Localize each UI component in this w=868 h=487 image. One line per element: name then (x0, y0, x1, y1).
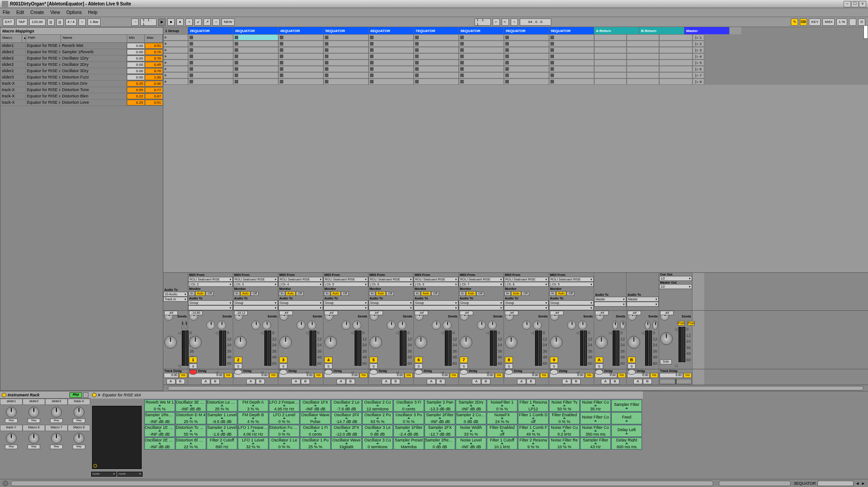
track-header[interactable]: 8EQUATOR (459, 27, 504, 34)
parameter-cell[interactable]: Oscillator 1FX -INF dB dB (300, 400, 331, 412)
macro-tab-3[interactable]: slider3 (45, 399, 68, 405)
track-header[interactable]: 3EQUATOR (233, 27, 278, 34)
send-b-knob[interactable] (443, 321, 452, 330)
pan-knob[interactable] (460, 336, 472, 349)
parameter-cell[interactable]: LFO 2 Level 0 % % (269, 412, 300, 424)
clip-slot[interactable] (504, 47, 549, 53)
parameter-cell[interactable]: Oscillator 3 Co 0 semitone (362, 437, 393, 450)
clip-slot[interactable] (233, 47, 278, 53)
clip-slot[interactable] (233, 72, 278, 78)
macro-row[interactable]: slider2Equator for RISE x64Oscillator 1D… (0, 55, 163, 62)
d-button[interactable]: D (858, 18, 865, 26)
parameter-cell[interactable]: Noise Filter Cu 8.2 kHz (549, 425, 580, 437)
parameter-cell[interactable]: Distortion Le M 425 % % (207, 400, 237, 412)
volume-fader[interactable] (490, 331, 493, 366)
device-power-icon[interactable] (92, 393, 97, 397)
play-icon[interactable] (98, 394, 101, 396)
menu-view[interactable]: View (50, 10, 60, 15)
parameter-cell[interactable]: NoiseFX 24 % % (487, 412, 517, 424)
clip-slot[interactable] (233, 34, 278, 41)
clip-slot[interactable] (278, 60, 323, 66)
volume-fader[interactable] (645, 331, 648, 366)
clip-slot[interactable] (459, 60, 504, 66)
clip-slot[interactable] (414, 60, 459, 66)
macro-tab-4[interactable]: track-X (68, 399, 90, 405)
parameter-cell[interactable]: Oscillator 3 Le 0 dB dB (362, 425, 393, 437)
clip-slot[interactable] (188, 66, 233, 72)
parameter-cell[interactable]: Oscillator 3E M 2-INF dB dB (175, 400, 206, 412)
clip-slot[interactable] (188, 72, 233, 78)
send-b-knob[interactable] (307, 321, 316, 330)
clip-slot[interactable] (414, 66, 459, 72)
parameter-cell[interactable]: Filter Enabled 0 % % (549, 412, 580, 424)
macro-tab-8[interactable]: Macro 8 (68, 425, 90, 431)
clip-slot[interactable] (163, 53, 188, 60)
col-path[interactable]: Path (26, 35, 61, 42)
macro-knob-3[interactable] (51, 407, 62, 418)
clip-slot[interactable] (278, 34, 323, 41)
clip-slot[interactable] (323, 53, 369, 60)
record-button[interactable]: ● (176, 18, 184, 26)
midi-button[interactable]: MIDI (822, 18, 835, 26)
macro-row[interactable]: slider1Equator for RISE x64Reverb Wet0.0… (0, 43, 163, 49)
clip-slot[interactable] (549, 53, 594, 60)
macro-knob-1[interactable] (6, 407, 17, 418)
parameter-cell[interactable]: Sampler 2FX -12.7 dB dB (425, 425, 455, 437)
nudge-up[interactable]: ||| (56, 18, 64, 26)
clip-slot[interactable] (459, 53, 504, 60)
parameter-cell[interactable]: Sampler 2 Pan -13.3 dB dB (425, 400, 455, 412)
menu-create[interactable]: Create (30, 10, 44, 15)
clip-slot[interactable] (414, 34, 459, 41)
parameter-cell[interactable]: Sampler 1Filter -2.4 dB dB (393, 425, 424, 437)
clip-slot[interactable] (549, 72, 594, 78)
parameter-cell[interactable]: Filter 1 Comb F 49 % % (518, 425, 549, 437)
send-a-knob[interactable] (477, 321, 486, 330)
clip-slot[interactable] (549, 60, 594, 66)
clip-slot[interactable] (233, 41, 278, 47)
clip-slot[interactable] (163, 66, 188, 72)
nudge-down[interactable]: ||| (47, 18, 55, 26)
parameter-cell[interactable]: Noise Filter Co 350 ms ms (580, 425, 611, 437)
scene-launch[interactable]: ▷5 (693, 60, 704, 66)
send-b-knob[interactable] (620, 321, 626, 330)
new-button[interactable]: NEW (222, 18, 235, 26)
io-toggle[interactable] (863, 25, 868, 39)
rack-save-button[interactable] (83, 392, 88, 398)
parameter-cell[interactable]: Sampler Preset Marimba (393, 437, 424, 450)
macro-knob-8[interactable] (74, 433, 84, 444)
parameter-cell[interactable]: LFO 1 Level 32 % % (238, 437, 268, 450)
parameter-cell[interactable]: Filter 2 Cutoff 890 Hz (207, 437, 237, 450)
maximize-button[interactable]: ☐ (851, 1, 859, 7)
menu-file[interactable]: File (3, 10, 10, 15)
send-b-knob[interactable] (488, 321, 497, 330)
parameter-cell[interactable]: FM Depth B 4 % % (238, 412, 268, 424)
clip-slot[interactable] (504, 72, 549, 78)
parameter-cell[interactable]: NoiseFilter 1 0 % % (487, 400, 517, 412)
volume-fader[interactable] (613, 331, 616, 366)
overdub-button[interactable]: + (185, 18, 193, 26)
clip-slot[interactable] (188, 47, 233, 53)
clip-slot[interactable] (369, 41, 414, 47)
parameter-cell[interactable]: Oscillator 1E M 2-INF dB dB (144, 425, 175, 437)
clip-slot[interactable] (188, 41, 233, 47)
pan-knob[interactable] (595, 336, 608, 349)
parameter-cell[interactable]: Oscillator 1 Le 0 % % (269, 437, 300, 450)
pan-knob[interactable] (324, 336, 337, 349)
volume-fader[interactable] (264, 331, 268, 366)
clip-slot[interactable] (414, 47, 459, 53)
macro-map-5[interactable]: Map (5, 445, 18, 449)
track-header[interactable]: B Return (639, 27, 684, 34)
parameter-cell[interactable]: Noise Filter Re 10 % % (549, 437, 580, 450)
macro-tab-1[interactable]: slider1 (0, 399, 23, 405)
loop-start[interactable]: 1 . 1 . 1 (475, 18, 491, 26)
clip-slot[interactable] (278, 53, 323, 60)
macro-map-7[interactable]: Map (50, 445, 63, 449)
parameter-cell[interactable]: Oscillator 2E M 2-INF dB dB (144, 437, 175, 450)
col-max[interactable]: Max (145, 35, 163, 42)
clip-slot[interactable] (504, 60, 549, 66)
clip-slot[interactable] (163, 34, 188, 41)
map-button[interactable]: Map (69, 392, 82, 398)
macro-row[interactable]: slider2Equator for RISE x64Oscillator 2D… (0, 62, 163, 68)
send-b-knob[interactable] (185, 321, 187, 330)
col-macro[interactable]: Macro (0, 35, 22, 42)
